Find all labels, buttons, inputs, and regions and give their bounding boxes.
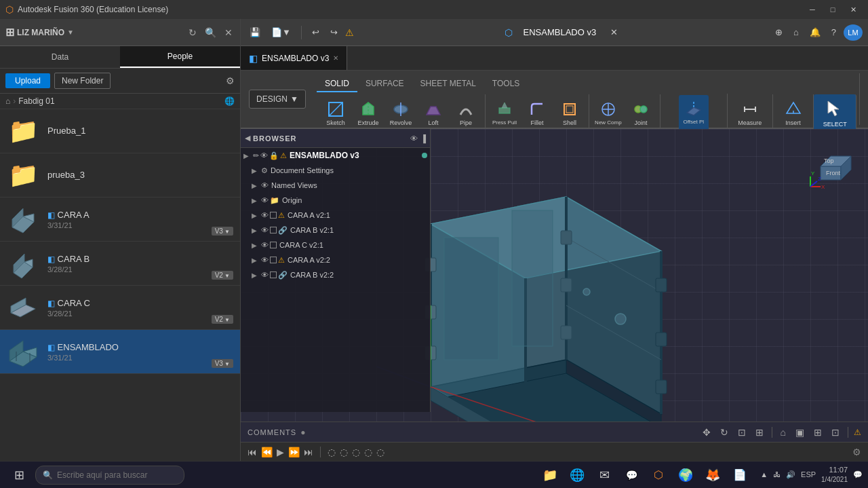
add-tab-button[interactable]: ⊕: [772, 25, 786, 39]
taskbar-app-orange[interactable]: 📄: [728, 463, 752, 487]
browser-expand-button[interactable]: ▐: [420, 134, 426, 143]
browser-item[interactable]: ▶ 👁 🔗 CARA B v2:2: [241, 267, 430, 282]
list-item[interactable]: ◧ CARA A 3/31/21 V3: [0, 198, 240, 242]
browser-item[interactable]: ▶ 👁 🔗 CARA B v2:1: [241, 223, 430, 238]
list-item[interactable]: 📁 Prueba_1: [0, 109, 240, 153]
timeline-btn3[interactable]: ◌: [352, 447, 360, 457]
version-badge[interactable]: V3: [212, 227, 233, 236]
view-home-button[interactable]: ⌂: [778, 426, 789, 439]
pan-button[interactable]: ✥: [700, 426, 713, 439]
browser-collapse-button[interactable]: ◀: [245, 134, 250, 143]
new-folder-button[interactable]: New Folder: [54, 73, 111, 89]
tab-sheetmetal[interactable]: SHEET METAL: [412, 76, 484, 92]
create-sketch-button[interactable]: Sketch: [321, 96, 351, 131]
measure-button[interactable]: Measure: [735, 96, 765, 131]
last-frame-button[interactable]: ⏭: [304, 447, 313, 457]
taskbar-search[interactable]: 🔍: [35, 466, 184, 485]
design-tab[interactable]: ◧ ENSAMBLADO v3 ✕: [241, 46, 347, 70]
browser-item[interactable]: ▶ 👁 Named Views: [241, 178, 430, 193]
notifications-button[interactable]: 💬: [853, 470, 863, 479]
list-item[interactable]: ◧ CARA B 3/28/21 V2: [0, 242, 240, 286]
tab-tools[interactable]: TOOLS: [484, 76, 528, 92]
close-panel-button[interactable]: ✕: [222, 25, 235, 40]
list-item[interactable]: ◧ CARA C 3/28/21 V2: [0, 286, 240, 330]
maximize-button[interactable]: □: [823, 3, 842, 16]
doc-close-button[interactable]: ✕: [607, 25, 621, 39]
insert-mesh-button[interactable]: Insert: [778, 96, 808, 131]
undo-button[interactable]: ↩: [309, 25, 323, 39]
browser-eye-button[interactable]: 👁: [410, 134, 418, 143]
tab-close-button[interactable]: ✕: [333, 54, 338, 62]
home-button[interactable]: ⌂: [5, 96, 10, 106]
help-button[interactable]: ?: [828, 25, 840, 39]
tab-data[interactable]: Data: [0, 46, 120, 68]
timeline-btn4[interactable]: ◌: [364, 447, 372, 457]
zoom-window-button[interactable]: ⊡: [735, 426, 749, 439]
taskbar-app-edge[interactable]: 🌐: [565, 463, 589, 487]
search-input[interactable]: [57, 470, 177, 480]
taskbar-app-chrome[interactable]: 🌍: [673, 463, 698, 487]
new-design-button[interactable]: 📄▼: [268, 25, 294, 39]
comments-toggle[interactable]: ●: [300, 428, 305, 437]
settings-button[interactable]: ⚙: [226, 75, 235, 86]
offset-plane-button[interactable]: Offset Pl: [679, 95, 709, 130]
version-badge[interactable]: V2: [212, 315, 233, 324]
user-avatar[interactable]: LM: [844, 24, 863, 41]
notification-button[interactable]: 🔔: [806, 25, 824, 39]
zoom-fit-button[interactable]: ⊞: [753, 426, 766, 439]
minimize-button[interactable]: ─: [803, 3, 822, 16]
first-frame-button[interactable]: ⏮: [248, 447, 257, 457]
close-button[interactable]: ✕: [844, 3, 863, 16]
home-button[interactable]: ⌂: [790, 25, 802, 39]
browser-item[interactable]: ▶ 👁 ⚠ CARA A v2:2: [241, 252, 430, 267]
view-cube[interactable]: Front Top X Y Z: [807, 143, 854, 190]
browser-item[interactable]: ▶ 👁 📁 Origin: [241, 193, 430, 208]
version-badge[interactable]: V2: [212, 271, 233, 280]
timeline-btn5[interactable]: ◌: [376, 447, 384, 457]
version-badge[interactable]: V3: [212, 359, 233, 368]
refresh-button[interactable]: ↻: [186, 25, 199, 40]
redo-button[interactable]: ↪: [327, 25, 341, 39]
joint-button[interactable]: Joint: [626, 96, 656, 131]
prev-frame-button[interactable]: ⏪: [261, 447, 273, 457]
shell-button[interactable]: Shell: [555, 96, 585, 131]
revolve-button[interactable]: Revolve: [386, 96, 416, 131]
play-button[interactable]: ▶: [277, 447, 284, 457]
pipe-button[interactable]: Pipe: [451, 96, 481, 131]
tab-solid[interactable]: SOLID: [317, 76, 357, 92]
windows-start-button[interactable]: ⊞: [5, 463, 33, 487]
list-item[interactable]: ◧ ENSAMBLADO 3/31/21 V3: [0, 330, 240, 374]
fillet-button[interactable]: Fillet: [522, 96, 552, 131]
design-mode-button[interactable]: DESIGN ▼: [249, 90, 306, 109]
orbit-button[interactable]: ↻: [717, 426, 731, 439]
user-dropdown-arrow[interactable]: ▼: [67, 29, 74, 36]
browser-item[interactable]: ▶ ✏ 👁 🔒 ⚠ ENSAMBLADO v3: [241, 148, 430, 163]
taskbar-app-firefox[interactable]: 🦊: [701, 463, 725, 487]
taskbar-app-mail[interactable]: ✉: [592, 463, 616, 487]
tab-people[interactable]: People: [120, 46, 240, 68]
extrude-button[interactable]: Extrude: [353, 96, 383, 131]
tab-surface[interactable]: SURFACE: [357, 76, 412, 92]
new-component-button[interactable]: New Comp: [593, 96, 623, 131]
grid-button[interactable]: ⊞: [811, 426, 825, 439]
taskbar-app-explorer[interactable]: 📁: [538, 463, 562, 487]
taskbar-app-fusion[interactable]: ⬡: [646, 463, 671, 487]
loft-button[interactable]: Loft: [418, 96, 448, 131]
browser-item[interactable]: ▶ 👁 CARA C v2:1: [241, 238, 430, 252]
press-pull-button[interactable]: Press Pull: [490, 96, 519, 131]
browser-item[interactable]: ▶ ⚙ Document Settings: [241, 163, 430, 178]
timeline-settings-button[interactable]: ⚙: [852, 447, 861, 457]
snap-button[interactable]: ⊡: [829, 426, 842, 439]
next-frame-button[interactable]: ⏩: [288, 447, 300, 457]
timeline-btn1[interactable]: ◌: [328, 447, 336, 457]
display-settings-button[interactable]: ▣: [793, 426, 807, 439]
breadcrumb-folder[interactable]: Fabdig 01: [18, 96, 54, 106]
select-button[interactable]: SELECT: [820, 96, 850, 131]
viewport[interactable]: Front Top X Y Z ◀ BROWSER 👁: [241, 129, 868, 442]
upload-button[interactable]: Upload: [5, 73, 50, 88]
save-button[interactable]: 💾: [246, 25, 264, 39]
taskbar-app-whatsapp[interactable]: 💬: [619, 463, 644, 487]
timeline-btn2[interactable]: ◌: [340, 447, 348, 457]
browser-item[interactable]: ▶ 👁 ⚠ CARA A v2:1: [241, 208, 430, 223]
list-item[interactable]: 📁 prueba_3: [0, 153, 240, 198]
